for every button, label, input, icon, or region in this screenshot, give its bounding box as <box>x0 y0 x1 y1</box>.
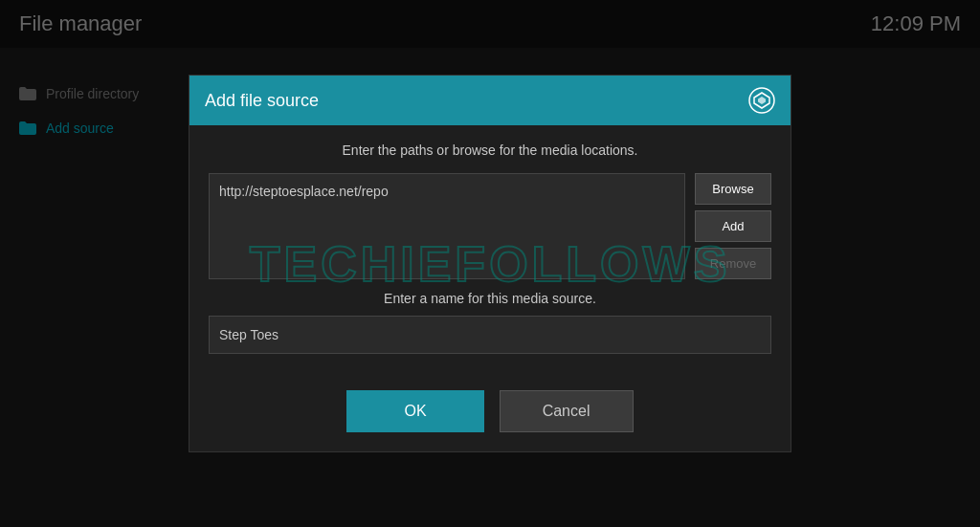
path-input[interactable]: http://steptoesplace.net/repo <box>209 173 685 279</box>
path-input-row: http://steptoesplace.net/repo Browse Add… <box>209 173 771 279</box>
name-value: Step Toes <box>219 327 278 342</box>
dialog-title: Add file source <box>205 91 319 111</box>
name-input[interactable]: Step Toes <box>209 316 771 354</box>
browse-button[interactable]: Browse <box>695 173 771 205</box>
remove-button[interactable]: Remove <box>695 248 771 279</box>
name-instruction: Enter a name for this media source. <box>209 291 771 306</box>
svg-marker-2 <box>758 97 766 104</box>
add-button[interactable]: Add <box>695 210 771 242</box>
ok-button[interactable]: OK <box>346 390 483 432</box>
dialog-footer: OK Cancel <box>189 390 791 451</box>
path-value: http://steptoesplace.net/repo <box>219 184 389 199</box>
dialog-instruction: Enter the paths or browse for the media … <box>209 143 771 158</box>
add-file-source-dialog: Add file source Enter the paths or brows… <box>189 75 791 452</box>
side-buttons: Browse Add Remove <box>695 173 771 279</box>
kodi-logo-icon <box>748 87 775 114</box>
dialog-header: Add file source <box>189 76 791 125</box>
dialog-body: Enter the paths or browse for the media … <box>189 125 791 390</box>
overlay: Add file source Enter the paths or brows… <box>0 0 980 527</box>
cancel-button[interactable]: Cancel <box>500 390 634 432</box>
